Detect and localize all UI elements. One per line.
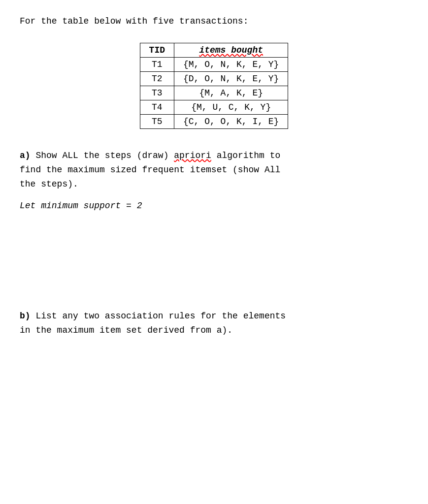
intro-text: For the table below with five transactio…: [20, 15, 408, 28]
table-row: T3{M, A, K, E}: [140, 86, 288, 100]
section-b-line2: in the maximum item set derived from a).: [20, 325, 232, 335]
section-a-text-before: Show ALL the steps (draw): [31, 151, 174, 160]
section-a-line2: find the maximum sized frequent itemset …: [20, 165, 280, 175]
items-column-header: items bought: [174, 43, 288, 58]
transactions-table: TID items bought T1{M, O, N, K, E, Y}T2{…: [140, 43, 289, 129]
tid-cell: T4: [140, 100, 174, 115]
items-header-text: items bought: [199, 45, 263, 55]
tid-column-header: TID: [140, 43, 174, 58]
tid-cell: T3: [140, 86, 174, 100]
tid-cell: T2: [140, 72, 174, 86]
tid-cell: T5: [140, 115, 174, 129]
section-b-label: b): [20, 311, 31, 321]
support-text: Let minimum support = 2: [20, 201, 408, 211]
section-a: a) Show ALL the steps (draw) apriori alg…: [20, 149, 408, 191]
table-row: T1{M, O, N, K, E, Y}: [140, 58, 288, 72]
apriori-word: apriori: [174, 151, 211, 160]
section-a-line3: the steps).: [20, 179, 78, 189]
tid-cell: T1: [140, 58, 174, 72]
section-b: b) List any two association rules for th…: [20, 309, 408, 338]
section-b-line1: List any two association rules for the e…: [31, 311, 286, 321]
items-cell: {M, U, C, K, Y}: [174, 100, 288, 115]
table-row: T5{C, O, O, K, I, E}: [140, 115, 288, 129]
items-cell: {D, O, N, K, E, Y}: [174, 72, 288, 86]
table-row: T4{M, U, C, K, Y}: [140, 100, 288, 115]
table-row: T2{D, O, N, K, E, Y}: [140, 72, 288, 86]
section-a-label: a): [20, 151, 31, 160]
items-cell: {M, A, K, E}: [174, 86, 288, 100]
items-cell: {M, O, N, K, E, Y}: [174, 58, 288, 72]
section-a-text-after: algorithm to: [211, 151, 280, 160]
items-cell: {C, O, O, K, I, E}: [174, 115, 288, 129]
table-container: TID items bought T1{M, O, N, K, E, Y}T2{…: [20, 43, 408, 129]
